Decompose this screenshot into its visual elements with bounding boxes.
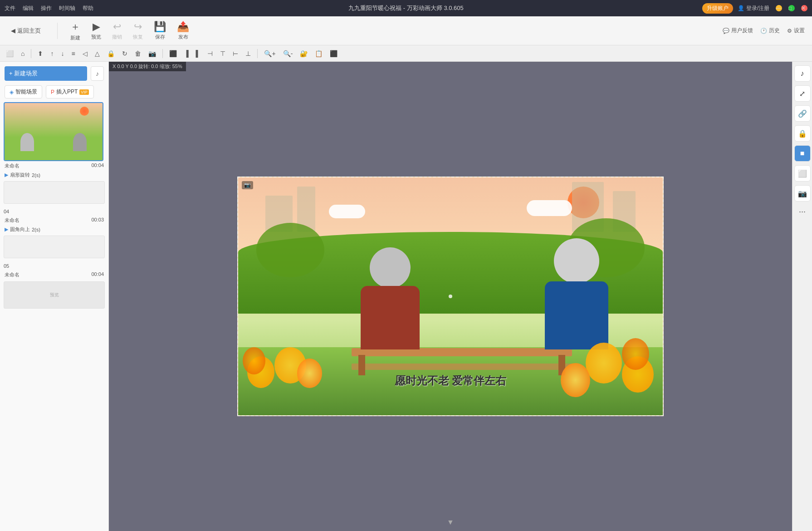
anim-play-icon-03: ▶ (5, 172, 8, 178)
scene-timeline-preview-04 (4, 236, 105, 258)
menu-file[interactable]: 文件 (5, 5, 15, 12)
menu-operate[interactable]: 操作 (41, 5, 52, 12)
scene-duration-03: 00:04 (91, 162, 104, 169)
app-title: 九九重阳节暖心祝福 - 万彩动画大师 3.0.605 (348, 4, 464, 12)
menu-timeline[interactable]: 时间轴 (59, 5, 75, 12)
maximize-button[interactable]: □ (788, 5, 795, 11)
feedback-icon: 💬 (723, 28, 729, 34)
minimize-button[interactable]: — (776, 5, 782, 11)
align-left-tool[interactable]: ⬛ (167, 49, 179, 59)
redo-button[interactable]: ↪ 恢复 (133, 21, 143, 40)
align-center-tool[interactable]: ▐ (182, 49, 191, 59)
flip-v-tool[interactable]: △ (93, 49, 102, 59)
align-up-tool[interactable]: ↑ (48, 49, 56, 59)
zoom-out-tool[interactable]: 🔍- (281, 49, 295, 59)
tool-divider-1 (31, 49, 31, 58)
back-home-button[interactable]: ◀ 返回主页 (7, 25, 44, 37)
titlebar: 文件 编辑 操作 时间轴 帮助 九九重阳节暖心祝福 - 万彩动画大师 3.0.6… (0, 0, 812, 16)
person-left-head (370, 247, 411, 288)
scene-item-05[interactable]: 05 未命名 00:04 预览 (4, 262, 105, 309)
icon-tools-bar: ⬜ ⌂ ⬆ ↑ ↓ ≡ ◁ △ 🔒 ↻ 🗑 📷 ⬛ ▐ ▌ ⊣ ⊤ ⊢ ⊥ 🔍+… (0, 45, 812, 62)
menu-bar: 文件 编辑 操作 时间轴 帮助 (5, 5, 93, 12)
canvas-frame: 愿时光不老 爱常伴左右 📷 (237, 177, 664, 416)
right-panel-frame-btn[interactable]: ⬜ (794, 165, 811, 182)
menu-help[interactable]: 帮助 (83, 5, 93, 12)
canvas-center-point (449, 295, 452, 298)
delete-tool[interactable]: 🗑 (132, 49, 143, 59)
scene-name-03: 未命名 (5, 162, 20, 169)
distribute-v-tool[interactable]: ⊤ (218, 49, 228, 59)
zoom-in-tool[interactable]: 🔍+ (262, 49, 278, 59)
space-v-tool[interactable]: ⊥ (243, 49, 253, 59)
distribute-h-tool[interactable]: ⊣ (205, 49, 215, 59)
rotate-tool[interactable]: ↻ (120, 49, 130, 59)
scene-item-04[interactable]: 04 未命名 00:03 ▶ 圆角向上 2(s) (4, 207, 105, 258)
new-scene-button[interactable]: + 新建场景 (5, 66, 87, 81)
right-panel-music-btn[interactable]: ♪ (794, 65, 811, 82)
user-area[interactable]: 👤 登录/注册 (738, 5, 769, 12)
align-right-tool[interactable]: ▌ (194, 49, 203, 59)
flip-h-tool[interactable]: ◁ (80, 49, 90, 59)
user-icon: 👤 (738, 5, 744, 11)
history-icon: 🕐 (760, 28, 767, 34)
preview-label: 预览 (91, 34, 101, 40)
copy-tool[interactable]: 📋 (313, 49, 325, 59)
anim-name-03: 扇形旋转 (10, 172, 30, 178)
vip-badge: VIP (79, 89, 89, 95)
main-area: + 新建场景 ♪ ◈ 智能场景 P 插入PPT VIP 03 (0, 62, 812, 531)
insert-ppt-tab[interactable]: P 插入PPT VIP (46, 85, 94, 98)
align-top-tool[interactable]: ⬆ (35, 49, 45, 59)
history-button[interactable]: 🕐 历史 (760, 27, 780, 34)
right-panel: ♪ ⤢ 🔗 🔒 ■ ⬜ 📷 ··· (792, 62, 812, 531)
close-button[interactable]: ✕ (801, 5, 807, 11)
feedback-button[interactable]: 💬 用户反馈 (723, 27, 753, 34)
preview-button[interactable]: ▶ 预览 (91, 21, 101, 40)
right-panel-lock-btn[interactable]: 🔒 (794, 125, 811, 142)
home-tool[interactable]: ⌂ (19, 49, 27, 59)
menu-edit[interactable]: 编辑 (23, 5, 34, 12)
save-label: 保存 (155, 34, 165, 40)
select-tool[interactable]: ⬜ (4, 49, 16, 59)
align-down-tool[interactable]: ↓ (59, 49, 66, 59)
cloud-left (329, 205, 365, 218)
right-panel-expand-btn[interactable]: ⤢ (794, 85, 811, 102)
redo-label: 恢复 (133, 34, 143, 40)
upgrade-button[interactable]: 升级账户 (702, 3, 733, 14)
scene-thumb-03: 03 (4, 102, 103, 161)
cloud-right (527, 200, 572, 216)
music-button[interactable]: ♪ (91, 66, 104, 81)
scene-anim-04: ▶ 圆角向上 2(s) (4, 225, 105, 234)
screenshot-tool[interactable]: 📷 (146, 49, 158, 59)
scene-info-03: 未命名 00:04 (4, 161, 105, 171)
save-button[interactable]: 💾 保存 (154, 21, 166, 40)
ppt-icon: P (51, 89, 54, 95)
canvas-expand-arrow[interactable]: ▼ (447, 518, 454, 526)
main-toolbar: ◀ 返回主页 ＋ 新建 ▶ 预览 ↩ 撤销 ↪ 恢复 💾 保存 📤 发布 💬 用… (0, 16, 812, 45)
right-panel-color-btn[interactable]: ■ (794, 145, 811, 162)
canvas-viewport[interactable]: 愿时光不老 爱常伴左右 📷 ▼ (109, 62, 792, 531)
settings-button[interactable]: ⚙ 设置 (787, 27, 805, 34)
new-button[interactable]: ＋ 新建 (70, 20, 80, 41)
intelligent-scene-tab[interactable]: ◈ 智能场景 (5, 85, 42, 98)
lock-tool[interactable]: 🔒 (105, 49, 117, 59)
more-tool[interactable]: ⬛ (328, 49, 340, 59)
scene-number-label-05: 05 (4, 262, 105, 270)
scene-thumbnail-03 (5, 103, 103, 160)
align-all-tool[interactable]: ≡ (69, 49, 77, 59)
right-panel-link-btn[interactable]: 🔗 (794, 105, 811, 122)
right-panel-more-btn[interactable]: ··· (799, 207, 806, 216)
undo-button[interactable]: ↩ 撤销 (112, 21, 122, 40)
login-label[interactable]: 登录/注册 (746, 5, 769, 12)
preview-icon: ▶ (93, 21, 100, 33)
canvas-info-bar: X 0.0 Y 0.0 旋转: 0.0 缩放: 55% (109, 62, 186, 71)
scene-item-03[interactable]: 03 未命名 00:04 ▶ 扇形旋转 2 (4, 102, 105, 204)
back-icon: ◀ (11, 27, 15, 34)
publish-button[interactable]: 📤 发布 (177, 21, 189, 40)
lock2-tool[interactable]: 🔐 (298, 49, 310, 59)
right-panel-screenshot-btn[interactable]: 📷 (794, 185, 811, 202)
tool-divider-2 (162, 49, 163, 58)
history-label: 历史 (769, 27, 780, 34)
bench-back (352, 364, 572, 370)
canvas-area: X 0.0 Y 0.0 旋转: 0.0 缩放: 55% (109, 62, 792, 531)
space-h-tool[interactable]: ⊢ (230, 49, 240, 59)
